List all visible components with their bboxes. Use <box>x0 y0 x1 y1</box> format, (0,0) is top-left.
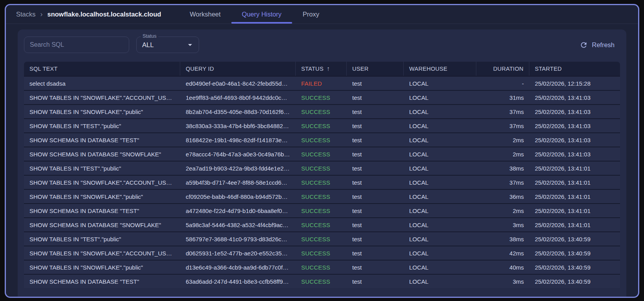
cell-status: SUCCESS <box>296 165 347 172</box>
cell-started: 25/02/2026, 13:41:01 <box>529 193 620 200</box>
table-row[interactable]: SHOW TABLES IN "SNOWFLAKE"."ACCOUNT_USAG… <box>24 90 620 104</box>
cell-sql-text: SHOW SCHEMAS IN DATABASE "SNOWFLAKE" <box>24 222 180 228</box>
cell-warehouse: LOCAL <box>404 222 476 228</box>
cell-sql-text: SHOW TABLES IN "TEST"."public" <box>24 123 180 129</box>
cell-query-id: e78accc4-764b-47a3-a0e3-0c49a76b6692 <box>180 151 296 158</box>
search-input[interactable] <box>24 37 129 53</box>
tab-query-history[interactable]: Query History <box>231 5 292 24</box>
cell-warehouse: LOCAL <box>404 123 476 129</box>
cell-user: test <box>347 222 404 228</box>
cell-status: FAILED <box>296 80 347 87</box>
cell-started: 25/02/2026, 13:40:59 <box>529 250 620 257</box>
table-row[interactable]: SHOW TABLES IN "SNOWFLAKE"."ACCOUNT_USAG… <box>24 246 620 260</box>
cell-duration: 3ms <box>476 222 529 228</box>
cell-sql-text: SHOW TABLES IN "SNOWFLAKE"."ACCOUNT_USAG… <box>24 94 180 101</box>
cell-duration: 2ms <box>476 207 529 214</box>
app-window: Stacks › snowflake.localhost.localstack.… <box>5 4 639 298</box>
cell-warehouse: LOCAL <box>404 94 476 101</box>
cell-user: test <box>347 165 404 172</box>
column-header-sql-text[interactable]: SQL TEXT <box>24 62 180 76</box>
sort-ascending-icon: ↑ <box>327 65 330 72</box>
cell-status: SUCCESS <box>296 179 347 186</box>
table-row[interactable]: SHOW SCHEMAS IN DATABASE "TEST"8168422e-… <box>24 132 620 147</box>
cell-query-id: 1ee9ff83-a56f-4693-8b0f-9442ddc0c862 <box>180 94 296 101</box>
cell-duration: 37ms <box>476 123 529 129</box>
column-header-status[interactable]: STATUS ↑ <box>296 62 347 76</box>
refresh-button-label: Refresh <box>592 41 615 49</box>
tab-bar: Worksheet Query History Proxy <box>179 5 330 24</box>
table-body: select dsadsaed0490ef-e0a0-46a1-8c42-2fe… <box>24 76 620 298</box>
cell-duration: 3ms <box>476 278 529 285</box>
column-header-started[interactable]: STARTED <box>529 62 620 76</box>
cell-sql-text: SHOW SCHEMAS IN DATABASE "TEST" <box>24 137 180 143</box>
column-header-duration[interactable]: DURATION <box>476 62 529 76</box>
cell-sql-text: SHOW TABLES IN "SNOWFLAKE"."public" <box>24 193 180 200</box>
cell-query-id: a59b4f3b-d717-4ee7-8f88-58e1ccd65191 <box>180 179 296 186</box>
table-row[interactable]: SHOW SCHEMAS IN DATABASE "TEST"63ad6add-… <box>24 274 620 288</box>
cell-user: test <box>347 151 404 158</box>
cell-warehouse: LOCAL <box>404 179 476 186</box>
cell-user: test <box>347 179 404 186</box>
table-row[interactable]: SHOW SCHEMAS IN DATABASE "SNOWFLAKE"5a98… <box>24 217 620 231</box>
query-history-table: SQL TEXT QUERY ID STATUS ↑ USER WAREHOUS… <box>24 62 620 298</box>
cell-started: 25/02/2026, 13:40:59 <box>529 278 620 285</box>
cell-status: SUCCESS <box>296 94 347 101</box>
cell-sql-text: SHOW TABLES IN "SNOWFLAKE"."public" <box>24 108 180 115</box>
cell-status: SUCCESS <box>296 236 347 242</box>
cell-warehouse: LOCAL <box>404 264 476 271</box>
chevron-down-icon <box>185 40 195 50</box>
table-row[interactable]: SHOW SCHEMAS IN DATABASE "TEST"a472480e-… <box>24 203 620 217</box>
query-history-panel: Status ALL Refresh SQL TEXT QUERY ID <box>18 29 626 298</box>
breadcrumb-stacks-link[interactable]: Stacks <box>16 11 36 18</box>
cell-duration: 36ms <box>476 193 529 200</box>
table-row[interactable]: SHOW TABLES IN "SNOWFLAKE"."public"cf092… <box>24 189 620 203</box>
column-header-warehouse[interactable]: WAREHOUSE <box>404 62 476 76</box>
cell-query-id: d13e6c49-a366-4cb9-aa9d-6db77c0fa8f4 <box>180 264 296 271</box>
tab-proxy[interactable]: Proxy <box>292 5 330 24</box>
cell-query-id: a472480e-f22d-4d79-b1d0-6baa8ef0651c <box>180 207 296 214</box>
table-row[interactable]: select dsadsaed0490ef-e0a0-46a1-8c42-2fe… <box>24 76 620 90</box>
column-header-user[interactable]: USER <box>347 62 404 76</box>
refresh-icon <box>580 41 588 49</box>
table-row[interactable]: SHOW SCHEMAS IN DATABASE "SNOWFLAKE"e78a… <box>24 147 620 161</box>
cell-warehouse: LOCAL <box>404 250 476 257</box>
cell-query-id: 63ad6add-247d-4491-b8e3-ccfb58ff91ce <box>180 278 296 285</box>
cell-user: test <box>347 137 404 143</box>
cell-query-id: 5a98c3af-5446-4382-a532-4f4cbf9ac7a1 <box>180 222 296 228</box>
chevron-right-icon: › <box>40 10 43 18</box>
cell-duration: 2ms <box>476 151 529 158</box>
cell-started: 25/02/2026, 13:40:59 <box>529 236 620 242</box>
cell-warehouse: LOCAL <box>404 137 476 143</box>
cell-sql-text: SHOW TABLES IN "TEST"."public" <box>24 165 180 172</box>
cell-user: test <box>347 264 404 271</box>
table-row[interactable]: SHOW TABLES IN "SNOWFLAKE"."ACCOUNT_USAG… <box>24 175 620 189</box>
breadcrumb: Stacks › snowflake.localhost.localstack.… <box>16 10 161 18</box>
cell-warehouse: LOCAL <box>404 278 476 285</box>
cell-user: test <box>347 108 404 115</box>
table-row[interactable]: SHOW TABLES IN "TEST"."public"38c830a3-3… <box>24 118 620 132</box>
cell-sql-text: SHOW TABLES IN "SNOWFLAKE"."public" <box>24 264 180 271</box>
cell-started: 25/02/2026, 13:40:59 <box>529 264 620 271</box>
cell-user: test <box>347 250 404 257</box>
table-row[interactable]: SHOW TABLES IN "SNOWFLAKE"."public"d13e6… <box>24 260 620 274</box>
cell-warehouse: LOCAL <box>404 193 476 200</box>
cell-query-id: d0625931-1e52-477b-ae20-e552c357e28a <box>180 250 296 257</box>
cell-started: 25/02/2026, 13:41:03 <box>529 123 620 129</box>
refresh-button[interactable]: Refresh <box>576 39 618 51</box>
status-filter-value: ALL <box>142 41 154 49</box>
column-header-query-id[interactable]: QUERY ID <box>180 62 296 76</box>
cell-user: test <box>347 207 404 214</box>
table-row[interactable]: SHOW TABLES IN "TEST"."public"586797e7-3… <box>24 231 620 246</box>
cell-status: SUCCESS <box>296 222 347 228</box>
cell-duration: 38ms <box>476 165 529 172</box>
cell-warehouse: LOCAL <box>404 108 476 115</box>
table-row[interactable]: SHOW TABLES IN "SNOWFLAKE"."public"8b2ab… <box>24 104 620 118</box>
cell-duration: 37ms <box>476 108 529 115</box>
status-filter-select[interactable]: Status ALL <box>136 37 199 53</box>
cell-duration: 2ms <box>476 137 529 143</box>
cell-sql-text: SHOW SCHEMAS IN DATABASE "TEST" <box>24 278 180 285</box>
table-row[interactable]: SHOW TABLES IN "TEST"."public"2ea7ad19-b… <box>24 161 620 175</box>
cell-user: test <box>347 236 404 242</box>
cell-query-id: 8168422e-19b1-498c-82df-f141873e85df <box>180 137 296 143</box>
tab-worksheet[interactable]: Worksheet <box>179 5 231 24</box>
